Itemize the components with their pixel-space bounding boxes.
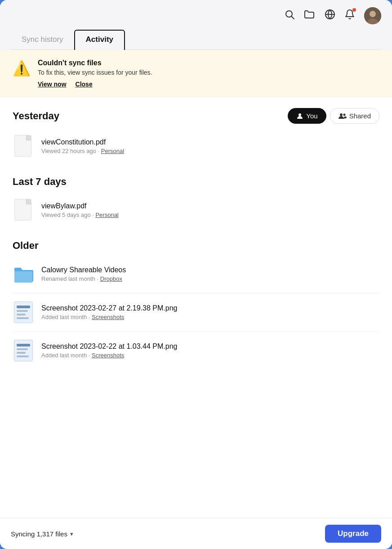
- file-info: Screenshot 2023-02-22 at 1.03.44 PM.png …: [41, 342, 379, 359]
- main-content: Yesterday You Shared: [0, 97, 392, 518]
- footer: Syncing 1,317 files ▾ Upgrade: [0, 518, 392, 549]
- file-meta: Viewed 22 hours ago · Personal: [41, 148, 379, 154]
- file-item[interactable]: Calowry Shareable Videos Renamed last mo…: [13, 255, 379, 293]
- warning-description: To fix this, view sync issues for your f…: [38, 69, 152, 76]
- sync-status[interactable]: Syncing 1,317 files ▾: [11, 530, 73, 538]
- header: Sync history Activity: [0, 0, 392, 50]
- svg-point-7: [298, 113, 301, 116]
- chevron-down-icon: ▾: [70, 531, 73, 537]
- warning-content: Couldn't sync files To fix this, view sy…: [38, 59, 152, 88]
- tab-activity[interactable]: Activity: [74, 30, 125, 50]
- view-now-link[interactable]: View now: [38, 81, 67, 88]
- svg-point-5: [370, 11, 376, 17]
- file-meta: Renamed last month · Dropbox: [41, 275, 379, 282]
- file-name: Screenshot 2023-02-22 at 1.03.44 PM.png: [41, 342, 379, 351]
- warning-banner: ⚠️ Couldn't sync files To fix this, view…: [0, 50, 392, 97]
- file-name: viewBylaw.pdf: [41, 202, 379, 210]
- notification-dot: [352, 8, 356, 12]
- last7days-title: Last 7 days: [13, 176, 67, 188]
- header-icons: [11, 7, 381, 30]
- file-location-link[interactable]: Dropbox: [100, 275, 122, 282]
- older-items: Calowry Shareable Videos Renamed last mo…: [13, 255, 379, 369]
- folder-file-icon: [13, 261, 34, 287]
- file-meta: Viewed 5 days ago · Personal: [41, 212, 379, 218]
- older-title: Older: [13, 240, 38, 252]
- filter-shared-button[interactable]: Shared: [330, 108, 379, 124]
- yesterday-section-header: Yesterday You Shared: [13, 97, 379, 127]
- folder-icon[interactable]: [304, 9, 316, 22]
- filter-you-button[interactable]: You: [288, 108, 326, 124]
- last7days-items: viewBylaw.pdf Viewed 5 days ago · Person…: [13, 191, 379, 229]
- close-link[interactable]: Close: [76, 81, 93, 88]
- people-icon: [339, 112, 347, 120]
- screenshot-file-icon: [13, 300, 34, 325]
- tabs: Sync history Activity: [11, 30, 381, 50]
- pdf-file-icon: [13, 134, 34, 159]
- yesterday-title: Yesterday: [13, 110, 59, 122]
- file-meta: Added last month · Screenshots: [41, 352, 379, 359]
- file-item[interactable]: Screenshot 2023-02-27 at 2.19.38 PM.png …: [13, 293, 379, 332]
- screenshot-file-icon: [13, 338, 34, 363]
- file-item[interactable]: Screenshot 2023-02-22 at 1.03.44 PM.png …: [13, 332, 379, 369]
- last7days-section-header: Last 7 days: [13, 165, 379, 191]
- person-icon: [296, 112, 303, 120]
- filter-buttons: You Shared: [288, 108, 379, 124]
- svg-point-8: [340, 113, 343, 116]
- notification-icon[interactable]: [344, 9, 355, 22]
- file-info: viewBylaw.pdf Viewed 5 days ago · Person…: [41, 202, 379, 218]
- file-info: viewConstitution.pdf Viewed 22 hours ago…: [41, 138, 379, 154]
- file-meta: Added last month · Screenshots: [41, 314, 379, 320]
- file-location-link[interactable]: Personal: [101, 148, 124, 154]
- main-panel: Sync history Activity ⚠️ Couldn't sync f…: [0, 0, 392, 549]
- file-name: Screenshot 2023-02-27 at 2.19.38 PM.png: [41, 304, 379, 312]
- tab-sync-history[interactable]: Sync history: [11, 31, 74, 50]
- file-item[interactable]: viewConstitution.pdf Viewed 22 hours ago…: [13, 127, 379, 165]
- warning-title: Couldn't sync files: [38, 59, 152, 67]
- globe-icon[interactable]: [325, 9, 335, 22]
- file-name: Calowry Shareable Videos: [41, 266, 379, 274]
- file-info: Screenshot 2023-02-27 at 2.19.38 PM.png …: [41, 304, 379, 320]
- older-section-header: Older: [13, 229, 379, 255]
- svg-line-1: [292, 17, 294, 19]
- yesterday-items: viewConstitution.pdf Viewed 22 hours ago…: [13, 127, 379, 165]
- file-name: viewConstitution.pdf: [41, 138, 379, 146]
- upgrade-button[interactable]: Upgrade: [325, 525, 381, 543]
- file-info: Calowry Shareable Videos Renamed last mo…: [41, 266, 379, 282]
- file-location-link[interactable]: Screenshots: [92, 314, 124, 320]
- warning-actions: View now Close: [38, 81, 152, 88]
- pdf-file-icon: [13, 198, 34, 223]
- search-icon[interactable]: [284, 9, 295, 22]
- file-location-link[interactable]: Personal: [95, 212, 118, 218]
- warning-icon: ⚠️: [13, 60, 31, 77]
- avatar[interactable]: [364, 7, 381, 24]
- file-location-link[interactable]: Screenshots: [92, 352, 124, 359]
- file-item[interactable]: viewBylaw.pdf Viewed 5 days ago · Person…: [13, 191, 379, 229]
- svg-point-9: [343, 113, 345, 116]
